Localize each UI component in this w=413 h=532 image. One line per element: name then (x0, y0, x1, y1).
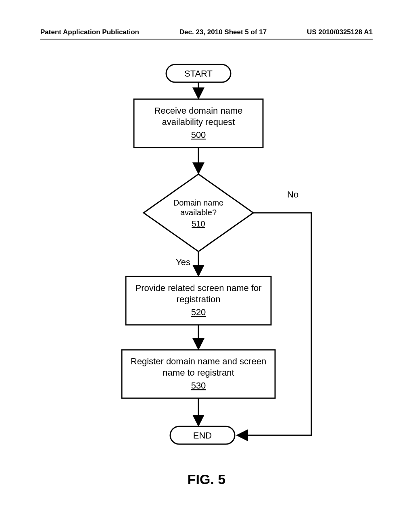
n500-line2: availability request (162, 117, 235, 127)
page-header: Patent Application Publication Dec. 23, … (40, 28, 373, 36)
n510-line1: Domain name (173, 198, 224, 207)
header-right: US 2010/0325128 A1 (307, 28, 373, 36)
n530-line1: Register domain name and screen (131, 356, 266, 366)
n500-line1: Receive domain name (154, 106, 243, 116)
header-left: Patent Application Publication (40, 28, 139, 36)
n500-ref: 500 (191, 130, 206, 140)
n520-line2: registration (177, 294, 221, 304)
flowchart: START Receive domain name availability r… (45, 60, 368, 463)
figure-label: FIG. 5 (0, 472, 413, 487)
label-no: No (287, 189, 298, 200)
header-center: Dec. 23, 2010 Sheet 5 of 17 (179, 28, 267, 36)
n520-line1: Provide related screen name for (135, 283, 261, 293)
start-label: START (184, 69, 213, 79)
n530-line2: name to registrant (163, 368, 234, 378)
n520-ref: 520 (191, 307, 206, 317)
n510-ref: 510 (192, 219, 205, 228)
label-yes: Yes (176, 257, 190, 267)
header-rule (40, 39, 373, 39)
n510-line2: available? (180, 208, 217, 217)
end-label: END (193, 430, 212, 441)
n530-ref: 530 (191, 380, 206, 391)
